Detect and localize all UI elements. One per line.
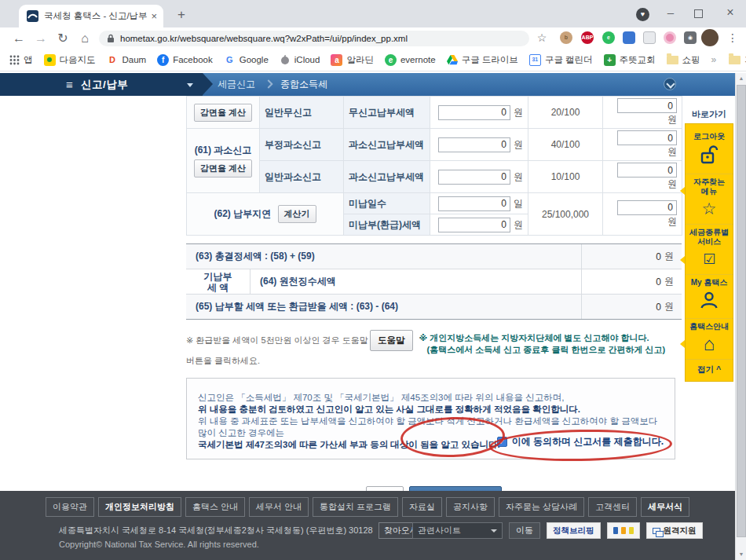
checkbox-icon: ☑ <box>687 250 731 269</box>
sidebar-item-my-hometax[interactable]: My 홈택스 <box>686 275 733 319</box>
sidebar-item-favorites[interactable]: 자주찾는 메뉴 ☆ <box>686 174 733 225</box>
bookmark-label: evernote <box>400 55 436 64</box>
amount-input[interactable] <box>438 170 510 185</box>
field-label: 미납부(환급)세액 <box>349 219 421 230</box>
footer-link-customer-center[interactable]: 고객센터 <box>588 497 637 517</box>
unit-label: 원 <box>664 300 674 313</box>
bookmark-aladin[interactable]: a 알라딘 <box>331 54 374 66</box>
footer-link-terms[interactable]: 이용약관 <box>46 497 94 517</box>
bookmark-daum[interactable]: D Daum <box>107 54 147 66</box>
address-bar[interactable]: hometax.go.kr/websquare/websquare.wq?w2x… <box>99 31 529 46</box>
go-button[interactable]: 이동 <box>509 522 540 539</box>
policy-briefing-badge[interactable]: 정책브리핑 <box>547 522 601 539</box>
scrollbar-thumb[interactable] <box>737 85 746 537</box>
browser-menu-icon[interactable]: ⋮ <box>727 27 738 49</box>
breadcrumb-tax-report[interactable]: 세금신고 <box>218 73 255 96</box>
consent-checkbox[interactable]: ✓ <box>497 437 507 447</box>
bookmark-facebook[interactable]: f Facebook <box>157 54 213 66</box>
forward-icon[interactable]: → <box>31 27 50 49</box>
reduction-calc-button[interactable]: 감면율 계산 <box>194 104 252 122</box>
evernote-extension-icon[interactable]: e <box>602 31 615 44</box>
browser-tab[interactable]: 국세청 홈택스 - 신고/납부 > 세 × <box>19 5 163 27</box>
bookmark-folder-shopping[interactable]: 쇼핑 <box>667 54 700 66</box>
rate-label: 10/100 <box>551 171 580 182</box>
bookmark-evernote[interactable]: e evernote <box>385 54 436 66</box>
bookmark-church[interactable]: + 주뜻교회 <box>604 54 656 66</box>
sidebar-item-logout[interactable]: 로그아웃 <box>686 129 733 174</box>
sidebar-collapse-button[interactable]: 접기 ^ <box>686 360 733 378</box>
declaration-line: 위 내용을 충분히 검토하였고 신고인이 알고 있는 사실 그대로를 정확하게 … <box>198 404 664 415</box>
amount-input[interactable] <box>617 130 677 145</box>
sidebar-item-tax-services[interactable]: 세금종류별 서비스 ☑ <box>686 225 733 275</box>
bookmark-label: Google <box>240 55 269 64</box>
extension-icon-2[interactable] <box>623 31 635 44</box>
adblock-extension-icon[interactable]: ABP <box>581 31 594 44</box>
other-bookmarks[interactable]: 기타 북마크 <box>729 54 746 66</box>
amount-input[interactable] <box>438 218 510 232</box>
person-icon <box>700 291 719 309</box>
favorite-star-icon[interactable]: ☆ <box>317 73 327 96</box>
extensions-puzzle-icon[interactable]: ◉ <box>684 31 697 44</box>
tab-close-icon[interactable]: × <box>151 10 157 22</box>
gnb-caret-icon[interactable] <box>187 83 193 87</box>
footer-link-install-program[interactable]: 통합설치 프로그램 <box>313 497 398 517</box>
bookmark-google-drive[interactable]: 구글 드라이브 <box>447 54 518 66</box>
bookmark-star-icon[interactable]: ☆ <box>532 27 551 49</box>
footer-link-office-guide[interactable]: 세무서 안내 <box>249 497 309 517</box>
window-minimize-button[interactable]: – <box>664 6 678 20</box>
bookmark-google[interactable]: G Google <box>224 54 269 66</box>
certification-badge[interactable] <box>607 522 640 539</box>
tax-summary: (63) 총결정세액 : (58) + (59) 0원 기납부 세 액 (64)… <box>186 243 682 320</box>
scroll-up-icon[interactable]: ▲ <box>736 73 746 84</box>
amount-input[interactable] <box>617 98 677 113</box>
heart-extension-icon[interactable]: ♥ <box>636 8 649 21</box>
gnb-menu-title[interactable]: 신고/납부 <box>81 73 128 96</box>
reduction-calc-button[interactable]: 감면율 계산 <box>194 159 252 178</box>
window-close-button[interactable]: × <box>723 5 737 20</box>
window-maximize-button[interactable] <box>694 9 703 18</box>
remote-support-badge[interactable]: 원격지원 <box>646 522 703 539</box>
unit-label: 원 <box>514 107 523 118</box>
footer-link-privacy[interactable]: 개인정보처리방침 <box>98 497 181 517</box>
menu-hamburger-icon[interactable]: ≡ <box>66 73 73 96</box>
sidebar-item-hometax-guide[interactable]: 홈택스안내 ⌂ <box>686 319 733 360</box>
extension-icon-1[interactable]: b <box>560 31 572 44</box>
local-tax-note-line2: (홈택스에서 소득세 신고 종료후 클릭 한번으로 간편하게 신고) <box>419 344 666 356</box>
group-label: (61) 과소신고 <box>195 144 252 157</box>
amount-input[interactable] <box>438 105 510 120</box>
header-collapse-chevron-icon[interactable] <box>664 78 676 90</box>
profile-avatar[interactable] <box>701 29 719 46</box>
scroll-down-icon[interactable]: ▼ <box>736 549 746 560</box>
subtype-label: 일반무신고 <box>265 107 312 118</box>
amount-input[interactable] <box>617 163 677 178</box>
footer-link-hometax-guide[interactable]: 홈택스 안내 <box>185 497 245 517</box>
calculator-button[interactable]: 계산기 <box>278 205 316 223</box>
back-icon[interactable]: ← <box>9 27 28 49</box>
table-row: 일반과소신고 과소신고납부세액 원 10/100 원 <box>187 161 682 193</box>
footer-link-faq[interactable]: 자주묻는 상담사례 <box>499 497 584 517</box>
bookmark-google-calendar[interactable]: 31 구글 캘린더 <box>529 54 593 66</box>
new-tab-button[interactable]: + <box>173 6 190 24</box>
google-calendar-icon: 31 <box>529 54 541 66</box>
bookmarks-overflow-icon[interactable]: » <box>711 54 717 65</box>
footer-link-notice[interactable]: 공지사항 <box>446 497 495 517</box>
footer-link-library[interactable]: 자료실 <box>402 497 442 517</box>
local-tax-note-line1: ※ 개인지방소득세는 지방자치단체에 별도 신고해야 합니다. <box>419 332 666 344</box>
summary-label: (65) 납부할 세액 또는 환급받을 세액 : (63) - (64) <box>186 295 581 319</box>
bookmark-icloud[interactable]: iCloud <box>280 54 320 65</box>
apps-shortcut[interactable]: 앱 <box>9 54 33 66</box>
folder-icon <box>729 56 741 64</box>
amount-input[interactable] <box>438 137 510 152</box>
related-sites-select[interactable]: 관련사이트 <box>412 522 503 539</box>
amount-input[interactable] <box>438 196 510 211</box>
bookmark-daum-map[interactable]: 다음지도 <box>44 54 96 66</box>
page-scrollbar[interactable]: ▲ ▼ <box>735 73 746 560</box>
help-button[interactable]: 도움말 <box>370 330 413 351</box>
reload-icon[interactable]: ↻ <box>53 27 72 49</box>
bookmark-label: Daum <box>123 55 147 64</box>
footer-link-tax-forms[interactable]: 세무서식 <box>641 497 689 517</box>
home-icon[interactable]: ⌂ <box>75 27 94 49</box>
extension-icon-3[interactable] <box>643 31 656 44</box>
amount-input[interactable] <box>617 200 677 215</box>
extension-icon-4[interactable] <box>664 31 676 44</box>
